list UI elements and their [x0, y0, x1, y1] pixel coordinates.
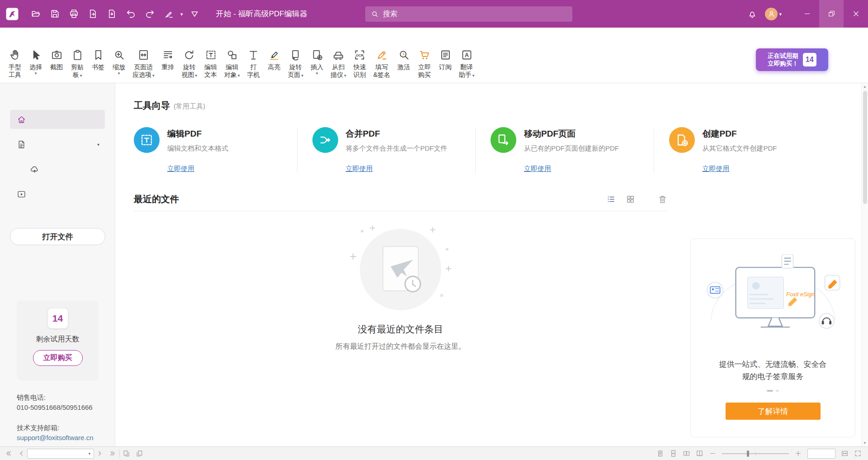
use-now-link[interactable]: 立即使用	[346, 165, 373, 173]
ribbon-tool-reflow[interactable]: 重排	[158, 47, 179, 81]
menu-bar	[0, 28, 868, 44]
view-facing-icon[interactable]	[683, 450, 690, 457]
view-book-icon[interactable]	[696, 450, 703, 457]
nav-next-icon[interactable]	[96, 450, 104, 457]
import-doc-icon[interactable]	[103, 5, 120, 23]
sidebar-item-shared-files[interactable]	[10, 160, 105, 179]
account-caret-icon[interactable]: ▾	[779, 5, 782, 23]
notifications-bell-icon[interactable]	[743, 5, 761, 23]
open-file-button[interactable]: 打开文件	[10, 228, 105, 245]
grid-view-icon[interactable]	[626, 194, 635, 204]
tool-card-merge-pdf[interactable]: 合并PDF 将多个文件合并生成一个PDF文件 立即使用	[297, 127, 476, 173]
buy-now-button[interactable]: 立即购买	[33, 350, 83, 366]
fill-sign-icon	[376, 49, 388, 61]
next-view-icon[interactable]	[136, 450, 143, 457]
zoom-level-box[interactable]	[807, 449, 835, 459]
ribbon-tool-page-fit-options[interactable]: 页面适应选项▾	[129, 47, 158, 81]
scroll-down-icon[interactable]: ▼	[863, 440, 867, 446]
ribbon-tool-snapshot[interactable]: 截图	[46, 47, 67, 81]
ribbon-tool-subscribe[interactable]: 订阅	[435, 47, 456, 81]
signature-icon[interactable]	[160, 5, 177, 23]
carousel-dot[interactable]	[776, 390, 779, 392]
ribbon-tool-quick-ocr[interactable]: OCR快速识别	[349, 47, 370, 81]
prev-view-icon[interactable]	[123, 450, 130, 457]
use-now-link[interactable]: 立即使用	[703, 165, 730, 173]
ribbon-tool-rotate-pages[interactable]: 旋转页面▾	[285, 47, 307, 81]
search-input[interactable]	[383, 10, 567, 18]
ribbon-tool-hand-tool[interactable]: 手型工具	[5, 47, 25, 81]
carousel-dot-active[interactable]	[767, 390, 773, 392]
collapse-ribbon-icon[interactable]	[186, 5, 203, 23]
zoom-out-icon[interactable]	[709, 450, 717, 457]
expand-caret-icon[interactable]: ▾	[97, 142, 99, 147]
use-now-link[interactable]: 立即使用	[167, 165, 194, 173]
undo-icon[interactable]	[122, 5, 139, 23]
ribbon-tool-select[interactable]: 选择▾	[25, 47, 46, 81]
ribbon-tool-activate[interactable]: 激活	[393, 47, 414, 81]
ribbon-tool-typewriter[interactable]: 打字机	[243, 47, 264, 81]
ribbon-tool-zoom[interactable]: 缩放▾	[108, 47, 129, 81]
minimize-button[interactable]	[795, 0, 819, 28]
support-email[interactable]: support@foxitsoftware.cn	[17, 433, 93, 443]
scrollbar-thumb[interactable]	[863, 91, 867, 204]
ribbon-tool-fill-sign[interactable]: 填写&签名	[370, 47, 393, 81]
sidebar-item-home[interactable]	[10, 110, 105, 129]
recent-empty-desc: 所有最近打开过的文件都会显示在这里。	[335, 342, 466, 351]
ribbon-tool-edit-object[interactable]: 编辑对象▾	[221, 47, 243, 81]
redo-icon[interactable]	[141, 5, 158, 23]
learn-more-button[interactable]: 了解详情	[726, 403, 821, 420]
search-box[interactable]	[365, 6, 572, 22]
sidebar-item-cloud-docs[interactable]: ▾	[10, 135, 105, 154]
page-box-caret-icon[interactable]: ▾	[85, 451, 94, 456]
tool-cards: 编辑PDF 编辑文档和文本格式 立即使用 合并PDF 将多个文件合并生成一个PD…	[134, 127, 868, 173]
view-continuous-icon[interactable]	[670, 450, 677, 457]
use-now-link[interactable]: 立即使用	[524, 165, 551, 173]
restore-button[interactable]	[819, 0, 844, 28]
tool-card-move-pdf-pages[interactable]: 移动PDF页面 从已有的PDF页面创建新的PDF 立即使用	[475, 127, 654, 173]
cart-icon	[419, 49, 431, 61]
sidebar-item-video-tutorial[interactable]	[10, 185, 105, 204]
export-doc-icon[interactable]	[84, 5, 101, 23]
ribbon-tool-bookmark[interactable]: 书签	[88, 47, 108, 81]
zoom-slider-thumb[interactable]	[747, 451, 749, 457]
zoom-in-icon[interactable]	[794, 450, 802, 457]
close-button[interactable]	[844, 0, 868, 28]
ribbon-tool-buy-now[interactable]: 立即购买	[414, 47, 435, 81]
nav-first-icon[interactable]	[5, 450, 12, 457]
ribbon-tool-clipboard[interactable]: 剪贴板▾	[67, 47, 88, 81]
ribbon-tool-rotate-view[interactable]: 旋转视图▾	[179, 47, 201, 81]
tool-card-create-pdf[interactable]: 创建PDF 从其它格式文件创建PDF 立即使用	[654, 127, 832, 173]
foxit-logo-icon[interactable]	[5, 6, 20, 22]
ribbon-tool-from-scanner[interactable]: 从扫描仪▾	[327, 47, 349, 81]
ribbon-toolbar: 手型工具选择▾截图剪贴板▾书签缩放▾页面适应选项▾重排旋转视图▾编辑文本编辑对象…	[0, 44, 868, 83]
scroll-up-icon[interactable]: ▲	[863, 83, 867, 90]
save-icon[interactable]	[46, 5, 63, 23]
view-single-icon[interactable]	[656, 450, 664, 457]
fit-width-icon[interactable]	[841, 450, 849, 457]
dropdown-caret-icon: ▾	[29, 71, 42, 76]
tool-card-edit-pdf[interactable]: 编辑PDF 编辑文档和文本格式 立即使用	[134, 127, 297, 173]
ribbon-tool-insert[interactable]: 插入▾	[307, 47, 327, 81]
signature-caret-icon[interactable]: ▾	[180, 5, 183, 23]
list-view-icon[interactable]	[606, 194, 616, 204]
user-avatar[interactable]	[765, 8, 778, 20]
recent-empty-state: 没有最近的文件条目 所有最近打开过的文件都会显示在这里。	[134, 223, 667, 351]
zoom-level-input[interactable]	[808, 449, 835, 458]
fullscreen-icon[interactable]	[854, 450, 862, 457]
folder-open-icon[interactable]	[27, 5, 44, 23]
page-number-box[interactable]: ▾	[27, 449, 94, 459]
tool-card-title: 合并PDF	[346, 128, 448, 140]
fit-page-icon	[137, 49, 150, 61]
nav-prev-icon[interactable]	[18, 450, 25, 457]
page-number-input[interactable]	[28, 450, 85, 457]
ribbon-tool-translate-assistant[interactable]: A翻译助手▾	[456, 47, 478, 81]
content-scrollbar[interactable]: ▲ ▼	[861, 83, 868, 446]
trial-badge[interactable]: 正在试用期 立即购买！ 14	[756, 48, 828, 71]
ribbon-tool-edit-text[interactable]: 编辑文本	[200, 47, 221, 81]
nav-last-icon[interactable]	[109, 450, 117, 457]
ribbon-tool-highlight[interactable]: 高亮	[264, 47, 285, 81]
clear-recent-trash-icon[interactable]	[658, 194, 667, 204]
tools-guide-title: 工具向导	[134, 100, 170, 112]
zoom-slider[interactable]	[722, 450, 789, 457]
print-icon[interactable]	[65, 5, 82, 23]
